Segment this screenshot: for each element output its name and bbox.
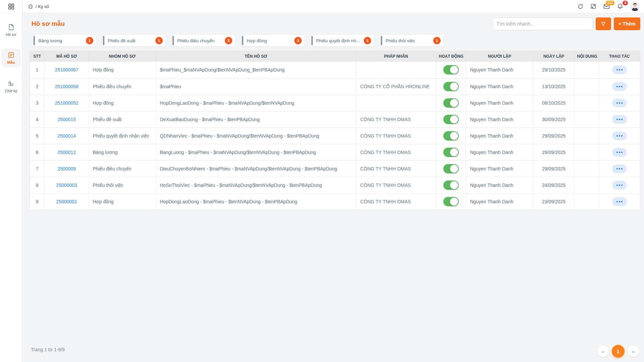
notifications-bell-icon[interactable]: 4 [617, 3, 624, 10]
filter-chip-count-badge: 1 [86, 37, 93, 44]
row-code-link[interactable]: 2500015 [45, 111, 89, 127]
records-table: STT MÃ HỒ SƠ NHÓM HỒ SƠ TÊN HỒ SƠ PHÁP N… [30, 51, 640, 210]
row-actions-button[interactable] [612, 181, 627, 190]
active-toggle[interactable] [443, 148, 459, 157]
filter-chip-phieu-quyet-dinh[interactable]: Phiếu quyết định nh... 1 [311, 35, 374, 46]
filter-chip-label: Phiếu thôi việc [386, 38, 415, 43]
row-creator: Nguyen Thanh Danh [466, 193, 533, 210]
add-button[interactable]: + Thêm [614, 17, 640, 30]
row-name: BangLuong - $maPhieu - $maNVApDung/$tenN… [156, 144, 356, 160]
column-header-nguoi-lap[interactable]: NGƯỜI LẬP [466, 51, 533, 62]
column-header-stt[interactable]: STT [30, 51, 45, 62]
row-code-link[interactable]: 251000067 [45, 62, 89, 78]
filter-chip-phieu-thoi-viec[interactable]: Phiếu thôi việc 1 [381, 35, 443, 46]
pagination-prev-button[interactable]: « [597, 346, 609, 357]
table-row: 4 2500015 Phiếu đề xuất DeXuatBaoDuong -… [30, 111, 640, 127]
row-actions-button[interactable] [612, 197, 627, 206]
filter-chip-phieu-dieu-chuyen[interactable]: Phiếu điều chuyển 2 [172, 35, 235, 46]
active-toggle[interactable] [443, 164, 459, 173]
document-icon [7, 23, 15, 31]
row-actions-button[interactable] [612, 115, 627, 124]
apps-grid-icon[interactable] [8, 3, 14, 10]
row-code-link[interactable]: 2500012 [45, 144, 89, 160]
column-header-nhom-ho-so[interactable]: NHÓM HỒ SƠ [89, 51, 156, 62]
filter-chip-bang-luong[interactable]: Bảng lương 1 [34, 35, 96, 46]
row-content [574, 160, 599, 177]
messages-icon[interactable]: 211 [603, 3, 610, 10]
active-toggle[interactable] [443, 197, 459, 206]
row-actions-button[interactable] [612, 164, 627, 173]
row-group: Phiếu điều chuyển [89, 160, 156, 177]
column-header-thao-tac[interactable]: THAO TÁC [599, 51, 640, 62]
filter-button[interactable] [596, 17, 611, 30]
fullscreen-icon[interactable] [590, 3, 596, 9]
row-index: 4 [30, 111, 45, 127]
row-date: 13/10/2025 [533, 78, 574, 95]
row-creator: Nguyen Thanh Danh [466, 95, 533, 111]
filter-chip-count-badge: 1 [364, 37, 371, 44]
sidebar-item-label: Mẫu [7, 60, 15, 64]
sidebar-item-ho-so[interactable]: Hồ sơ [1, 20, 21, 40]
topbar: / Ký số 211 [22, 0, 644, 13]
row-index: 2 [30, 78, 45, 95]
row-group: Phiếu quyết định nhận việc [89, 127, 156, 144]
row-name: $maPhieu_$maNVApDung/$tenNVApDung_$tenPB… [156, 62, 356, 78]
active-toggle[interactable] [443, 115, 459, 124]
row-entity: CÔNG TY CỔ PHẦN HRONLINE [356, 78, 436, 95]
row-code-link[interactable]: 2500009 [45, 160, 89, 177]
sidebar-item-label: Hồ sơ [6, 33, 16, 37]
column-header-ma-ho-so[interactable]: MÃ HỒ SƠ [45, 51, 89, 62]
pagination-next-button[interactable]: » [628, 346, 639, 357]
sidebar-item-chu-ky[interactable]: Chữ ký [1, 76, 21, 96]
row-content [574, 62, 599, 78]
column-header-noi-dung[interactable]: NỘI DUNG [574, 51, 599, 62]
row-name: $maPhieu [156, 78, 356, 95]
filter-chip-phieu-de-xuat[interactable]: Phiếu đề xuất 1 [103, 35, 165, 46]
table-row: 1 251000067 Hợp đồng $maPhieu_$maNVApDun… [30, 62, 640, 78]
row-group: Phiếu thôi việc [89, 177, 156, 193]
row-actions-button[interactable] [612, 132, 627, 140]
row-date: 23/09/2025 [533, 193, 574, 210]
filter-chip-hop-dong[interactable]: Hợp đồng 3 [242, 35, 304, 46]
row-index: 7 [30, 160, 45, 177]
table-footer: Trang 1 từ 1-9/9 « 1 » [30, 345, 640, 362]
table-row: 7 2500009 Phiếu điều chuyển DieuChuyenBo… [30, 160, 640, 177]
refresh-icon[interactable] [577, 3, 584, 10]
active-toggle[interactable] [443, 98, 459, 108]
filter-chip-label: Phiếu đề xuất [108, 38, 136, 43]
search-input[interactable] [492, 17, 593, 30]
breadcrumb-path: / Ký số [36, 4, 49, 9]
row-actions-button[interactable] [612, 148, 627, 157]
template-form-icon [7, 51, 15, 59]
row-date: 29/09/2025 [533, 144, 574, 160]
filter-chip-label: Phiếu điều chuyển [177, 38, 214, 43]
table-row: 3 251000052 Hợp đồng HopDongLaoDong - $m… [30, 95, 640, 111]
row-code-link[interactable]: 251000052 [45, 95, 89, 111]
home-icon[interactable] [28, 4, 33, 9]
row-code-link[interactable]: 251000058 [45, 78, 89, 95]
active-toggle[interactable] [443, 65, 459, 74]
row-code-link[interactable]: 25000003 [45, 177, 89, 193]
active-toggle[interactable] [443, 180, 459, 190]
row-entity: CÔNG TY TNHH OMAS [356, 193, 436, 210]
pagination-page-1-button[interactable]: 1 [612, 345, 625, 358]
column-header-ngay-lap[interactable]: NGÀY LẬP [533, 51, 574, 62]
active-toggle[interactable] [443, 82, 459, 91]
column-header-hoat-dong[interactable]: HOẠT ĐỘNG [436, 51, 466, 62]
row-entity: CÔNG TY TNHH OMAS [356, 144, 436, 160]
sidebar-item-mau[interactable]: Mẫu [1, 48, 21, 67]
row-content [574, 177, 599, 193]
row-content [574, 95, 599, 111]
column-header-phap-nhan[interactable]: PHÁP NHÂN [356, 51, 436, 62]
row-actions-button[interactable] [612, 65, 627, 74]
row-actions-button[interactable] [612, 82, 627, 91]
row-code-link[interactable]: 25000001 [45, 193, 89, 210]
row-group: Phiếu điều chuyển [89, 78, 156, 95]
row-actions-button[interactable] [612, 99, 627, 107]
column-header-ten-ho-so[interactable]: TÊN HỒ SƠ [156, 51, 356, 62]
user-avatar[interactable] [630, 2, 640, 11]
row-content [574, 111, 599, 127]
app-window: Hồ sơ Mẫu Chữ ký [0, 0, 644, 362]
active-toggle[interactable] [443, 131, 459, 141]
row-code-link[interactable]: 2500014 [45, 127, 89, 144]
